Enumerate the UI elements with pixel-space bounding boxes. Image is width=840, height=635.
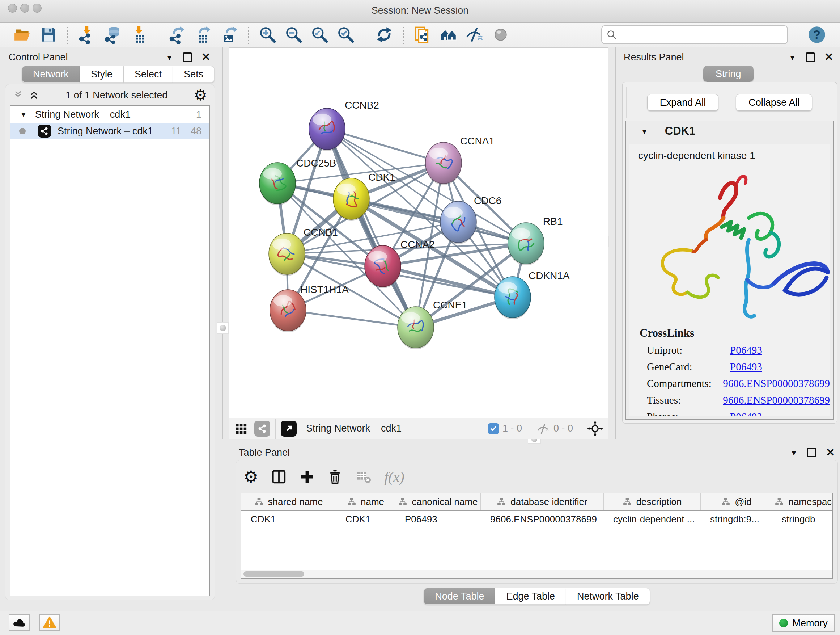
table-cell[interactable]: 9606.ENSP00000378699	[481, 514, 604, 525]
control-panel-close-icon[interactable]: ✕	[202, 52, 210, 63]
save-session-button[interactable]	[35, 24, 62, 45]
collapse-all-button[interactable]: Collapse All	[736, 94, 812, 111]
tab-edge-table[interactable]: Edge Table	[495, 588, 566, 605]
zoom-in-button[interactable]	[255, 24, 281, 45]
cloud-button[interactable]	[9, 614, 30, 631]
export-network-button[interactable]	[164, 24, 190, 45]
selected-checkbox-icon[interactable]	[488, 423, 499, 434]
network-node-CDK1[interactable]	[333, 178, 369, 221]
memory-button[interactable]: Memory	[772, 614, 835, 632]
export-table-button[interactable]	[190, 24, 216, 45]
table-panel-close-icon[interactable]: ✕	[826, 447, 835, 458]
help-button[interactable]: ?	[804, 24, 830, 45]
expand-all-chevrons-icon[interactable]	[13, 90, 24, 101]
delete-table-icon[interactable]	[355, 469, 372, 485]
expand-all-button[interactable]: Expand All	[647, 94, 719, 111]
left-splitter-handle[interactable]	[217, 322, 229, 334]
network-node-CCNE1[interactable]	[398, 307, 434, 349]
column-header-namespace[interactable]: namespace	[772, 494, 833, 510]
table-cell[interactable]: stringdb	[772, 514, 833, 525]
columns-icon[interactable]	[271, 469, 287, 485]
table-cell[interactable]: CDK1	[241, 514, 336, 525]
import-network-button[interactable]	[74, 24, 100, 45]
houses-button[interactable]	[436, 24, 462, 45]
tab-sets[interactable]: Sets	[173, 66, 215, 82]
trash-icon[interactable]	[327, 469, 343, 485]
table-row[interactable]: CDK1CDK1P064939606.ENSP00000378699cyclin…	[241, 511, 832, 527]
network-node-CCNA2[interactable]	[365, 245, 401, 288]
birds-eye-crosshair-icon[interactable]	[587, 421, 603, 437]
column-header-name[interactable]: name	[336, 494, 395, 510]
network-node-HIST1H1A[interactable]	[270, 290, 306, 333]
table-cell[interactable]: cyclin-dependent ...	[604, 514, 701, 525]
search-input[interactable]	[621, 29, 783, 41]
crosslink-link[interactable]: 9606.ENSP00000378699	[723, 394, 830, 406]
horizontal-scrollbar[interactable]	[241, 570, 832, 578]
tab-network-table[interactable]: Network Table	[566, 588, 650, 605]
results-panel-close-icon[interactable]: ✕	[824, 52, 834, 63]
table-cell[interactable]: CDK1	[336, 514, 395, 525]
left-splitter[interactable]	[222, 48, 223, 439]
results-panel-float-icon[interactable]	[806, 52, 815, 62]
network-view-panel[interactable]: CCNB2CCNA1CDC25BCDK1CDC6RB1CCNB1CCNA2CDK…	[229, 48, 608, 439]
open-in-window-chip[interactable]	[281, 421, 297, 437]
open-session-button[interactable]	[9, 24, 35, 45]
export-image-button[interactable]	[216, 24, 242, 45]
crosslink-link[interactable]: 9606.ENSP00000378699	[723, 378, 830, 390]
column-header-@id[interactable]: @id	[701, 494, 772, 510]
warning-button[interactable]	[39, 614, 60, 631]
crosslink-link[interactable]: P06493	[730, 344, 762, 356]
column-header-description[interactable]: description	[604, 494, 701, 510]
network-edge-CCNE1-HIST1H1A[interactable]	[288, 310, 416, 327]
network-collection-row[interactable]: ▼ String Network – cdk1 1	[11, 106, 210, 123]
tree-expander-icon[interactable]: ▼	[20, 111, 27, 119]
zoom-fit-button[interactable]	[307, 24, 333, 45]
add-icon[interactable]	[300, 469, 315, 485]
zoom-selected-button[interactable]	[333, 24, 359, 45]
crosslink-link[interactable]: P06493	[730, 411, 762, 416]
column-header-shared-name[interactable]: shared name	[241, 494, 336, 510]
tab-style[interactable]: Style	[80, 66, 124, 82]
share-network-chip[interactable]	[254, 421, 270, 437]
hidden-eye-slash-icon[interactable]	[536, 422, 550, 435]
collapse-all-chevrons-icon[interactable]	[28, 90, 39, 101]
table-panel-menu-icon[interactable]: ▼	[790, 449, 798, 456]
gene-expander-icon[interactable]: ▼	[641, 127, 648, 135]
column-header-database-identifier[interactable]: database identifier	[481, 494, 604, 510]
gear-icon[interactable]: ⚙	[194, 88, 207, 103]
table-cell[interactable]: stringdb:9...	[701, 514, 772, 525]
apply-layout-button[interactable]	[371, 24, 397, 45]
tab-string[interactable]: String	[703, 66, 753, 82]
import-database-button[interactable]	[100, 24, 126, 45]
column-header-canonical-name[interactable]: canonical name	[395, 494, 481, 510]
tab-node-table[interactable]: Node Table	[424, 588, 495, 605]
table-panel-float-icon[interactable]	[807, 448, 816, 457]
network-node-CDKN1A[interactable]	[494, 277, 531, 319]
function-builder-icon[interactable]: f(x)	[384, 469, 404, 486]
share-document-button[interactable]	[409, 24, 436, 45]
tab-network[interactable]: Network	[22, 66, 80, 82]
control-panel-menu-icon[interactable]: ▼	[166, 54, 173, 61]
gene-section-header[interactable]: ▼ CDK1	[626, 121, 833, 141]
network-row[interactable]: String Network – cdk1 11 48	[11, 123, 210, 139]
hide-graphics-button[interactable]	[462, 24, 488, 45]
table-gear-icon[interactable]: ⚙	[243, 469, 258, 485]
eye-button[interactable]	[488, 24, 514, 45]
grid-icon[interactable]	[234, 421, 248, 436]
tab-select[interactable]: Select	[124, 66, 173, 82]
zoom-out-button[interactable]	[281, 24, 307, 45]
import-table-button[interactable]	[126, 24, 152, 45]
network-node-CCNA1[interactable]	[425, 142, 462, 185]
network-node-CCNB2[interactable]	[309, 108, 345, 151]
right-splitter[interactable]	[615, 48, 616, 439]
scrollbar-thumb[interactable]	[243, 571, 304, 577]
network-node-CDC25B[interactable]	[259, 163, 295, 205]
network-canvas[interactable]: CCNB2CCNA1CDC25BCDK1CDC6RB1CCNB1CCNA2CDK…	[229, 48, 608, 418]
control-panel-float-icon[interactable]	[183, 52, 192, 62]
network-node-RB1[interactable]	[508, 223, 544, 265]
crosslink-link[interactable]: P06493	[730, 361, 762, 373]
network-node-CCNB1[interactable]	[269, 233, 305, 276]
results-panel-menu-icon[interactable]: ▼	[789, 54, 796, 61]
table-cell[interactable]: P06493	[395, 514, 481, 525]
network-node-CDC6[interactable]	[440, 201, 477, 244]
